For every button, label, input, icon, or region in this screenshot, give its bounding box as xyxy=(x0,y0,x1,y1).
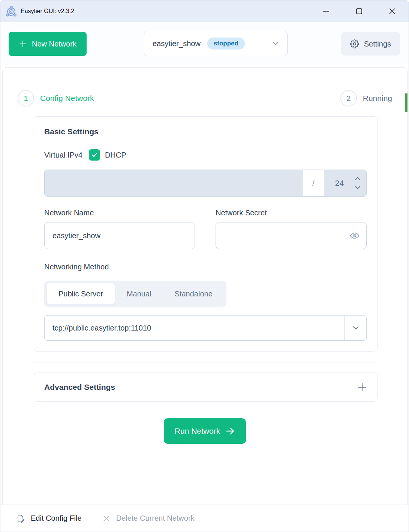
advanced-settings-card[interactable]: Advanced Settings xyxy=(34,373,378,402)
basic-settings-title: Basic Settings xyxy=(44,127,367,136)
networking-method-segmented: Public Server Manual Standalone xyxy=(44,281,226,307)
chevron-down-icon xyxy=(352,324,360,332)
networking-method-label: Networking Method xyxy=(44,263,367,271)
run-row: Run Network xyxy=(3,418,407,444)
step-label: Running xyxy=(363,94,392,103)
network-select[interactable]: easytier_show stopped xyxy=(144,31,288,56)
network-status-badge: stopped xyxy=(207,38,245,50)
method-public-server[interactable]: Public Server xyxy=(46,283,115,305)
settings-label: Settings xyxy=(364,40,391,48)
minimize-icon xyxy=(322,7,330,15)
network-select-value: easytier_show xyxy=(153,39,201,48)
ip-prefix-separator: / xyxy=(303,170,324,196)
close-button[interactable] xyxy=(376,0,409,22)
minimize-button[interactable] xyxy=(310,0,343,22)
window-title: Easytier GUI: v2.3.2 xyxy=(21,8,74,15)
app-logo-icon xyxy=(5,5,17,17)
step-number: 1 xyxy=(18,90,34,107)
advanced-settings-expand-button[interactable] xyxy=(357,382,367,392)
virtual-ipv4-group: / 24 xyxy=(44,170,367,197)
check-icon xyxy=(91,152,98,158)
new-network-button[interactable]: New Network xyxy=(9,32,87,56)
maximize-icon xyxy=(355,7,363,15)
step-label: Config Network xyxy=(40,94,94,103)
step-config-network[interactable]: 1 Config Network xyxy=(18,90,94,107)
prefix-length-stepper[interactable]: 24 xyxy=(324,170,366,196)
advanced-settings-title: Advanced Settings xyxy=(44,383,115,392)
virtual-ipv4-input[interactable] xyxy=(45,170,303,196)
dhcp-checkbox[interactable] xyxy=(89,149,100,161)
footer-bar: Edit Config File Delete Current Network xyxy=(0,505,409,532)
network-secret-input[interactable] xyxy=(216,222,367,249)
plus-icon xyxy=(357,382,367,392)
titlebar: Easytier GUI: v2.3.2 xyxy=(0,0,409,22)
run-network-button[interactable]: Run Network xyxy=(164,418,246,444)
delete-current-network-button[interactable]: Delete Current Network xyxy=(102,514,195,523)
prefix-length-value: 24 xyxy=(324,179,355,188)
stepper-buttons[interactable] xyxy=(355,177,366,189)
eye-icon xyxy=(350,231,360,240)
server-select-caret[interactable] xyxy=(345,316,366,340)
network-secret-wrap xyxy=(216,217,367,249)
public-server-url: tcp://public.easytier.top:11010 xyxy=(45,316,345,340)
settings-button[interactable]: Settings xyxy=(341,32,400,56)
public-server-select[interactable]: tcp://public.easytier.top:11010 xyxy=(44,315,367,341)
network-secret-label: Network Secret xyxy=(216,209,367,217)
delete-current-network-label: Delete Current Network xyxy=(116,514,195,523)
stepper: 1 Config Network 2 Running xyxy=(3,90,407,107)
chevron-up-icon xyxy=(355,177,361,180)
method-standalone[interactable]: Standalone xyxy=(163,283,224,305)
header-toolbar: New Network easytier_show stopped Settin… xyxy=(0,22,409,65)
step-number: 2 xyxy=(340,90,357,107)
step-running[interactable]: 2 Running xyxy=(340,90,392,107)
edge-artifact xyxy=(405,93,408,112)
chevron-down-icon xyxy=(271,39,280,48)
new-network-label: New Network xyxy=(32,40,76,48)
main-content: 1 Config Network 2 Running Basic Setting… xyxy=(2,67,408,505)
maximize-button[interactable] xyxy=(343,0,376,22)
method-manual[interactable]: Manual xyxy=(115,283,163,305)
basic-settings-card: Basic Settings Virtual IPv4 DHCP / 24 xyxy=(34,116,378,352)
network-name-label: Network Name xyxy=(44,209,195,217)
close-icon xyxy=(388,7,396,15)
virtual-ipv4-label: Virtual IPv4 xyxy=(44,151,82,159)
name-secret-row: Network Name Network Secret xyxy=(44,209,367,249)
network-name-input[interactable] xyxy=(44,222,195,249)
edit-config-file-button[interactable]: Edit Config File xyxy=(16,514,82,523)
toggle-secret-visibility-button[interactable] xyxy=(350,231,360,240)
section-divider xyxy=(34,362,378,362)
dhcp-label: DHCP xyxy=(105,151,126,159)
gear-icon xyxy=(350,39,359,48)
plus-icon xyxy=(19,40,27,48)
run-network-label: Run Network xyxy=(175,427,220,436)
edit-config-file-label: Edit Config File xyxy=(31,514,82,523)
x-icon xyxy=(102,514,111,523)
virtual-ipv4-row: Virtual IPv4 DHCP xyxy=(44,149,367,161)
file-edit-icon xyxy=(16,514,25,523)
app-window: Easytier GUI: v2.3.2 New Network easytie… xyxy=(0,0,409,532)
arrow-right-icon xyxy=(225,426,235,436)
chevron-down-icon xyxy=(355,186,361,189)
